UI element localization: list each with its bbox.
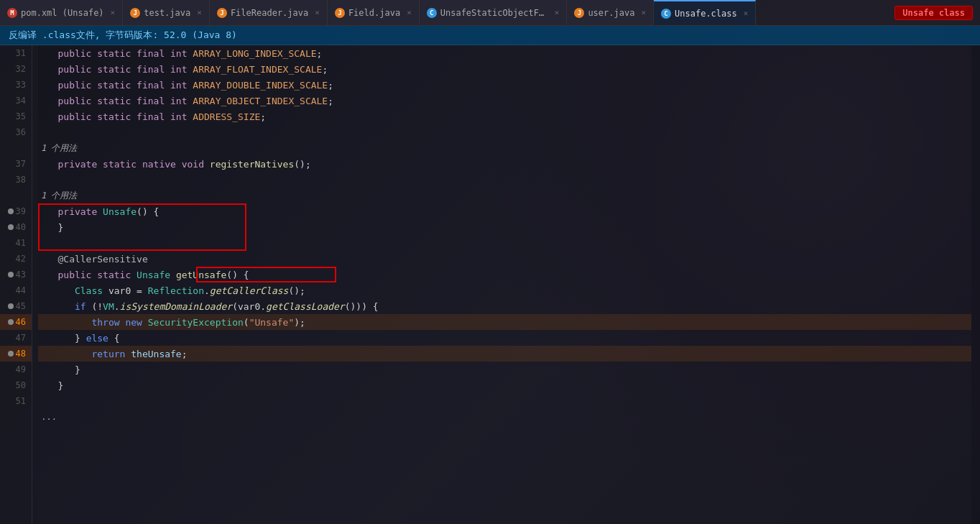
token-type: Unsafe (103, 206, 137, 217)
info-bar: 反编译 .class文件, 字节码版本: 52.0 (Java 8) (0, 26, 980, 45)
token-method: registerNatives (210, 159, 294, 170)
token-plain: . (114, 301, 120, 312)
token-type: SecurityException (148, 317, 244, 328)
token-plain (131, 48, 137, 59)
token-plain (131, 96, 137, 106)
token-plain: { (108, 333, 120, 344)
code-line-49: } (38, 362, 971, 377)
token-plain (165, 64, 170, 75)
ide-container: Mpom.xml (Unsafe)×Jtest.java×JFileReader… (0, 0, 980, 524)
line-number-hint (0, 409, 32, 425)
line-number-37: 37 (0, 156, 32, 172)
line-number-38: 38 (0, 172, 32, 188)
left-indicator-5 (32, 124, 38, 140)
token-method: getUnsafe (176, 270, 226, 280)
code-line-31: public static final int ARRAY_LONG_INDEX… (38, 45, 971, 61)
tab-unsafe[interactable]: CUnsafe.class× (654, 0, 756, 25)
gutter-bookmark-icon-45 (8, 303, 14, 309)
tab-label-unsafestatic: UnsafeStaticObjectFieldAccessorImpl.clas… (440, 8, 548, 18)
token-kw: private (57, 159, 97, 170)
scrollbar[interactable] (971, 45, 980, 524)
gutter-bookmark-icon-40 (8, 224, 14, 230)
tab-close-user[interactable]: × (641, 8, 646, 17)
token-plain: (! (86, 301, 103, 312)
line-number-47: 47 (0, 330, 32, 346)
left-indicator-3 (32, 93, 38, 109)
code-line-46: throw new SecurityException("Unsafe"); (38, 314, 971, 330)
token-field-orange: ARRAY_FLOAT_INDEX_SCALE (193, 64, 322, 75)
code-line-40: } (38, 219, 971, 235)
line-number-41: 41 (0, 235, 32, 251)
token-plain (91, 64, 97, 75)
tab-filereader[interactable]: JFileReader.java× (210, 0, 328, 25)
token-kw: static (97, 96, 131, 106)
left-indicator-9 (32, 188, 38, 203)
token-field-orange: ARRAY_LONG_INDEX_SCALE (193, 48, 316, 59)
token-kw: static (97, 48, 131, 59)
token-kw: static (97, 64, 131, 75)
code-line-usage-6: 1 个用法 (38, 140, 971, 156)
token-plain (204, 159, 210, 170)
left-indicator-17 (32, 314, 38, 330)
token-plain: ; (260, 111, 266, 122)
tab-label-test: test.java (144, 8, 190, 18)
gutter-bookmark-icon-43 (8, 272, 14, 277)
code-line-51 (38, 393, 971, 409)
left-indicator-0 (32, 45, 38, 61)
code-line-34: public static final int ARRAY_OBJECT_IND… (38, 93, 971, 109)
token-kw: public (57, 96, 91, 106)
token-plain: ; (328, 96, 333, 106)
tab-label-filereader: FileReader.java (231, 8, 308, 18)
code-wrapper: public static final int ARRAY_LONG_INDEX… (38, 45, 971, 524)
token-kw: public (57, 270, 91, 280)
java-icon: J (335, 8, 345, 18)
code-line-usage-9: 1 个用法 (38, 188, 971, 203)
line-number-49: 49 (0, 362, 32, 377)
tab-test[interactable]: Jtest.java× (123, 0, 210, 25)
tab-pom[interactable]: Mpom.xml (Unsafe)× (0, 0, 123, 25)
code-line-50: } (38, 377, 971, 393)
line-number-gutter: 3132333435363738394041424344454647484950… (0, 45, 32, 524)
line-number-31: 31 (0, 45, 32, 61)
left-indicator-12 (32, 235, 38, 251)
token-plain (165, 80, 170, 91)
tab-close-unsafe[interactable]: × (744, 9, 749, 18)
token-kw: static (103, 159, 137, 170)
left-indicator-11 (32, 219, 38, 235)
left-indicator-7 (32, 156, 38, 172)
left-indicator-4 (32, 109, 38, 124)
token-kw: int (170, 64, 187, 75)
code-line-45: if (!VM.isSystemDomainLoader(var0.getCla… (38, 298, 971, 314)
tab-close-pom[interactable]: × (111, 8, 116, 17)
token-plain: ; (182, 349, 188, 359)
token-kw: final (137, 80, 165, 91)
token-plain (137, 159, 142, 170)
left-indicator-19 (32, 346, 38, 362)
token-plain (176, 159, 182, 170)
code-line-43: public static Unsafe getUnsafe() { (38, 267, 971, 282)
token-plain (97, 159, 103, 170)
tab-label-pom: pom.xml (Unsafe) (21, 8, 104, 18)
token-plain: ; (322, 64, 328, 75)
token-type: Unsafe (137, 270, 170, 280)
token-plain: var0 = (103, 285, 148, 296)
token-kw: final (137, 96, 165, 106)
tab-close-field[interactable]: × (407, 8, 412, 17)
tab-unsafestatic[interactable]: CUnsafeStaticObjectFieldAccessorImpl.cla… (420, 0, 568, 25)
tab-field[interactable]: JField.java× (328, 0, 420, 25)
token-plain (91, 96, 97, 106)
code-line-39: private Unsafe() { (38, 203, 971, 219)
tab-close-test[interactable]: × (197, 8, 202, 17)
token-plain (165, 48, 170, 59)
usage-hint: 1 个用法 (41, 142, 77, 155)
line-number-43: 43 (0, 267, 32, 282)
token-field-orange: ADDRESS_SIZE (193, 111, 260, 122)
token-plain: ( (244, 317, 249, 328)
tab-close-unsafestatic[interactable]: × (555, 8, 560, 17)
line-number-32: 32 (0, 61, 32, 77)
tab-close-filereader[interactable]: × (315, 8, 320, 17)
tab-user[interactable]: Juser.java× (567, 0, 654, 25)
token-string: "Unsafe" (249, 317, 295, 328)
line-number-40: 40 (0, 219, 32, 235)
token-plain (131, 111, 137, 122)
